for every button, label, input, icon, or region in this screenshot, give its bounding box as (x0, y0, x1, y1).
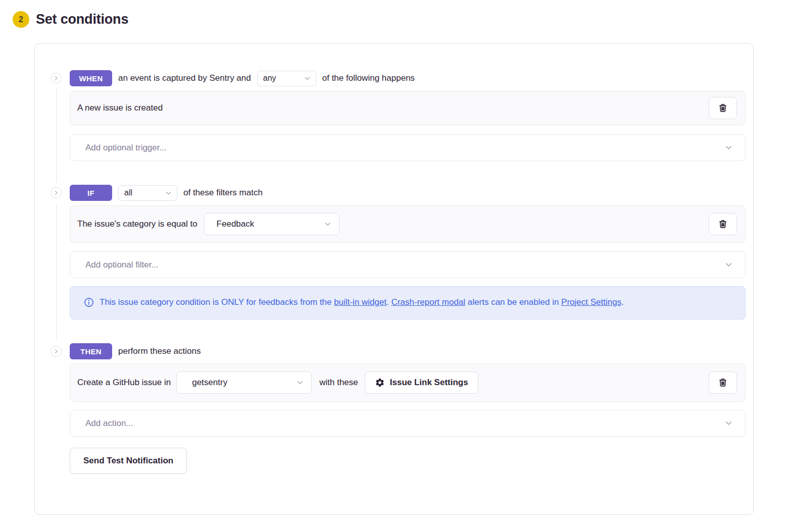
when-match-value: any (263, 74, 276, 83)
chevron-down-icon (324, 221, 331, 228)
filter-row: The issue's category is equal to Feedbac… (70, 205, 746, 243)
info-text: This issue category condition is ONLY fo… (100, 294, 624, 310)
chevron-right-icon (54, 349, 59, 354)
then-badge: THEN (70, 343, 112, 359)
page-header: 2 Set conditions (0, 0, 788, 28)
action-repo-value: getsentry (192, 378, 227, 388)
chevron-down-icon (725, 419, 732, 427)
add-trigger-select[interactable]: Add optional trigger... (70, 134, 746, 161)
chevron-down-icon (304, 75, 311, 82)
if-step: IF all of these filters match The issue'… (70, 185, 746, 320)
when-header: WHEN an event is captured by Sentry and … (70, 70, 746, 86)
if-tail-text: of these filters match (183, 188, 263, 198)
built-in-widget-link[interactable]: built-in widget (334, 297, 386, 307)
when-step: WHEN an event is captured by Sentry and … (70, 70, 746, 161)
send-test-notification-button[interactable]: Send Test Notification (70, 448, 187, 474)
when-match-select[interactable]: any (257, 71, 316, 86)
filter-label: The issue's category is equal to (77, 219, 198, 229)
then-header: THEN perform these actions (70, 343, 746, 359)
chevron-right-icon (54, 76, 59, 81)
chevron-right-icon (54, 190, 59, 195)
trigger-label: A new issue is created (77, 103, 163, 113)
chevron-down-icon (297, 379, 304, 386)
info-text-part: alerts can be enabled in (465, 297, 561, 307)
add-filter-placeholder: Add optional filter... (85, 260, 159, 270)
trigger-row: A new issue is created (70, 91, 746, 125)
add-action-select[interactable]: Add action... (70, 410, 746, 437)
when-lead-text: an event is captured by Sentry and (118, 73, 251, 83)
gear-icon (375, 378, 385, 388)
then-tail-text: perform these actions (118, 346, 201, 356)
then-rows: Create a GitHub issue in getsentry with … (70, 363, 746, 474)
if-match-value: all (124, 188, 132, 197)
if-match-select[interactable]: all (118, 185, 177, 201)
if-rows: The issue's category is equal to Feedbac… (70, 205, 746, 320)
action-label: Create a GitHub issue in (77, 378, 171, 388)
conditions-panel: WHEN an event is captured by Sentry and … (34, 43, 754, 515)
crash-report-modal-link[interactable]: Crash-report modal (391, 297, 465, 307)
chevron-down-icon (725, 261, 732, 269)
info-icon (84, 294, 94, 310)
add-trigger-placeholder: Add optional trigger... (85, 143, 167, 153)
project-settings-link[interactable]: Project Settings (561, 297, 621, 307)
delete-action-button[interactable] (709, 371, 737, 394)
issue-link-settings-label: Issue Link Settings (390, 378, 468, 388)
then-step: THEN perform these actions Create a GitH… (70, 343, 746, 474)
info-text-part: This issue category condition is ONLY fo… (100, 297, 334, 307)
when-collapse-toggle[interactable] (51, 73, 62, 84)
add-action-placeholder: Add action... (85, 418, 133, 429)
page-title: Set conditions (36, 12, 128, 27)
action-middle-text: with these (319, 378, 358, 388)
action-repo-select[interactable]: getsentry (176, 371, 312, 394)
trash-icon (717, 102, 728, 114)
action-row: Create a GitHub issue in getsentry with … (70, 363, 746, 402)
trash-icon (717, 219, 728, 230)
if-collapse-toggle[interactable] (51, 187, 62, 198)
if-header: IF all of these filters match (70, 185, 746, 201)
trash-icon (717, 377, 728, 388)
when-tail-text: of the following happens (322, 73, 415, 83)
when-rows: A new issue is created Add optional trig… (70, 91, 746, 161)
then-collapse-toggle[interactable] (51, 346, 62, 357)
when-badge: WHEN (70, 70, 112, 86)
info-text-part: . (386, 297, 391, 307)
chevron-down-icon (725, 144, 732, 151)
step-number-badge: 2 (13, 11, 29, 28)
issue-link-settings-button[interactable]: Issue Link Settings (365, 371, 478, 394)
filter-value-select[interactable]: Feedback (204, 213, 339, 235)
if-badge: IF (70, 185, 112, 201)
chevron-down-icon (165, 190, 172, 196)
info-text-part: . (621, 297, 624, 307)
feedback-info-banner: This issue category condition is ONLY fo… (70, 286, 746, 320)
filter-value: Feedback (217, 219, 255, 229)
delete-filter-button[interactable] (709, 213, 737, 235)
delete-trigger-button[interactable] (709, 97, 737, 119)
add-filter-select[interactable]: Add optional filter... (70, 251, 746, 278)
